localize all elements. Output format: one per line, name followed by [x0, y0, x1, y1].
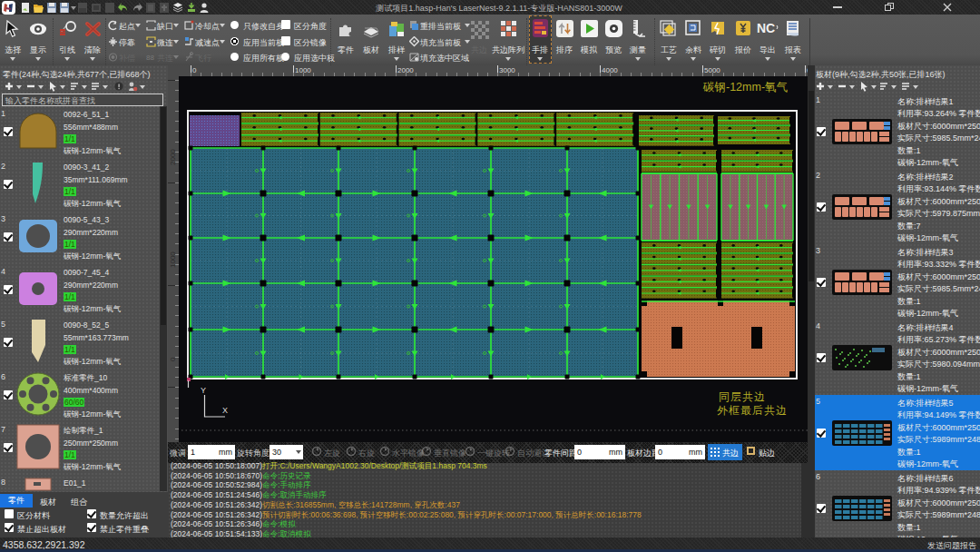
svg-text:外框最后共边: 外框最后共边 — [717, 404, 788, 417]
svg-text:碳钢-12mm-氧气: 碳钢-12mm-氧气 — [702, 81, 789, 94]
svg-text:NC: NC — [757, 21, 775, 35]
svg-text:X: X — [222, 406, 228, 415]
svg-text:同层共边: 同层共边 — [719, 390, 766, 403]
svg-text:88: 88 — [146, 54, 154, 62]
svg-text:Y: Y — [201, 386, 206, 395]
